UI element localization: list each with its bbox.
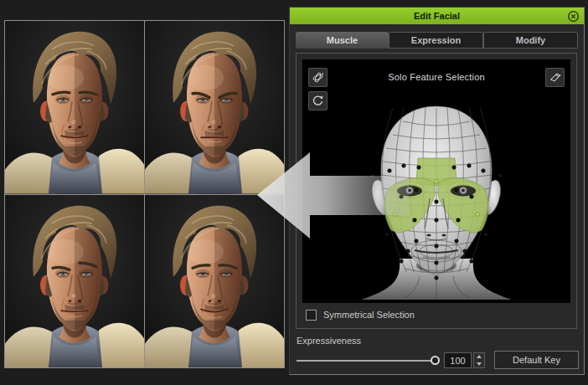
feature-selection-viewport[interactable]: Solo Feature Selection [302, 59, 570, 303]
face-wireframe-model[interactable] [302, 59, 570, 303]
value-spinner [473, 352, 485, 368]
expressiveness-label: Expressiveness [297, 336, 361, 346]
portrait-top-left [5, 21, 144, 194]
portrait-grid [4, 20, 285, 368]
default-key-button[interactable]: Default Key [494, 351, 579, 369]
panel-titlebar: Edit Facial [290, 8, 584, 24]
tab-muscle[interactable]: Muscle [296, 32, 389, 49]
spinner-up-icon[interactable] [474, 353, 484, 361]
symmetrical-selection-checkbox[interactable] [306, 310, 317, 321]
symmetrical-selection-label: Symmetrical Selection [323, 310, 415, 320]
symmetrical-selection-row[interactable]: Symmetrical Selection [302, 308, 570, 321]
expressiveness-slider[interactable] [297, 354, 439, 367]
slider-track[interactable] [297, 360, 431, 362]
tab-expression[interactable]: Expression [389, 32, 483, 49]
tab-modify[interactable]: Modify [483, 32, 578, 49]
portrait-top-right [145, 21, 284, 194]
app-screen: Edit Facial Muscle Expression Modify Sol… [0, 0, 588, 385]
close-icon[interactable] [566, 9, 580, 23]
portrait-bottom-right [145, 195, 284, 368]
portrait-bottom-left [5, 195, 144, 368]
muscle-tab-content: Solo Feature Selection [296, 53, 577, 329]
slider-handle[interactable] [431, 356, 440, 365]
edit-facial-panel: Edit Facial Muscle Expression Modify Sol… [289, 7, 585, 375]
spinner-down-icon[interactable] [474, 361, 484, 368]
expressiveness-value-input[interactable] [444, 352, 472, 368]
panel-title: Edit Facial [414, 11, 460, 21]
tab-bar: Muscle Expression Modify [296, 32, 578, 49]
